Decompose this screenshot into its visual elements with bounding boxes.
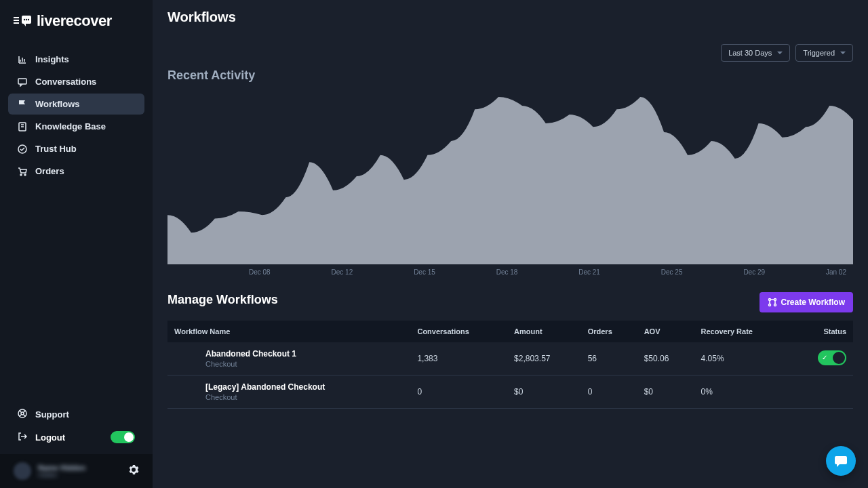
chat-bubble-icon — [833, 453, 848, 468]
sidebar-item-logout[interactable]: Logout — [18, 432, 65, 443]
cell-name: Abandoned Checkout 1 Checkout — [167, 342, 410, 375]
svg-point-5 — [26, 19, 27, 20]
col-name: Workflow Name — [167, 321, 410, 342]
cell-aov: $0 — [637, 375, 694, 409]
svg-point-4 — [24, 19, 25, 20]
logout-label: Logout — [35, 432, 65, 443]
chart-tick-label: Dec 12 — [332, 268, 353, 276]
sidebar-bottom: Support Logout — [0, 398, 153, 454]
col-amount: Amount — [507, 321, 581, 342]
manage-header: Manage Workflows Create Workflow — [167, 292, 853, 312]
table-row[interactable]: Abandoned Checkout 1 Checkout 1,383 $2,8… — [167, 342, 853, 375]
svg-point-16 — [768, 304, 770, 306]
sidebar-item-support[interactable]: Support — [8, 403, 144, 426]
col-aov: AOV — [637, 321, 694, 342]
chart-tick-label: Dec 21 — [578, 268, 600, 276]
user-row: Name Hidden Hidden — [0, 454, 153, 488]
lifebuoy-icon — [18, 409, 27, 420]
support-label: Support — [35, 409, 69, 420]
sidebar-item-label: Trust Hub — [35, 144, 77, 154]
page-title: Workflows — [167, 9, 853, 25]
main-content: Workflows Last 30 Days Triggered Recent … — [153, 0, 868, 488]
cell-orders: 56 — [581, 342, 637, 375]
status-toggle[interactable]: ✓ — [818, 350, 846, 365]
sidebar-item-orders[interactable]: Orders — [8, 161, 144, 182]
svg-point-6 — [28, 19, 29, 20]
svg-point-10 — [20, 174, 22, 176]
sidebar-item-label: Workflows — [35, 99, 80, 109]
svg-rect-1 — [14, 20, 19, 21]
recent-activity-title: Recent Activity — [167, 68, 853, 83]
svg-rect-2 — [14, 22, 19, 24]
sidebar-item-workflows[interactable]: Workflows — [8, 94, 144, 115]
col-recovery-rate: Recovery Rate — [694, 321, 791, 342]
chart-x-axis: Dec 08Dec 12Dec 15Dec 18Dec 21Dec 25Dec … — [167, 268, 853, 276]
area-chart-svg — [167, 88, 853, 264]
support-chat-button[interactable] — [826, 446, 856, 476]
date-range-filter[interactable]: Last 30 Days — [721, 44, 790, 62]
sidebar-item-label: Orders — [35, 166, 64, 176]
table-row[interactable]: [Legacy] Abandoned Checkout Checkout 0 $… — [167, 375, 853, 409]
svg-point-12 — [18, 409, 26, 418]
chart-tick-label: Dec 15 — [414, 268, 435, 276]
logo[interactable]: liverecover — [0, 12, 153, 43]
chat-icon — [18, 77, 27, 87]
svg-rect-7 — [18, 79, 26, 84]
sidebar-item-label: Insights — [35, 54, 69, 64]
user-info: Name Hidden Hidden — [38, 464, 85, 479]
sidebar-item-trust-hub[interactable]: Trust Hub — [8, 138, 144, 159]
col-status: Status — [791, 321, 853, 342]
settings-button[interactable] — [128, 464, 139, 478]
cell-recovery-rate: 4.05% — [694, 342, 791, 375]
check-circle-icon — [18, 144, 27, 154]
logout-icon — [18, 432, 27, 443]
avatar — [14, 462, 31, 480]
cell-amount: $2,803.57 — [507, 342, 581, 375]
activity-chart — [167, 88, 853, 264]
svg-point-11 — [24, 174, 26, 176]
chevron-down-icon — [777, 52, 783, 54]
sidebar-item-label: Conversations — [35, 77, 96, 87]
svg-point-13 — [21, 412, 24, 415]
sidebar: liverecover Insights Conversations Workf… — [0, 0, 153, 488]
svg-rect-0 — [14, 17, 19, 18]
cell-amount: $0 — [507, 375, 581, 409]
cell-name: [Legacy] Abandoned Checkout Checkout — [167, 375, 410, 409]
chart-tick-label: Dec 29 — [743, 268, 765, 276]
sidebar-toggle[interactable] — [111, 431, 135, 443]
cell-status — [791, 375, 853, 409]
chart-tick-label: Jan 02 — [826, 268, 846, 276]
brand-name: liverecover — [37, 12, 112, 30]
filters-row: Last 30 Days Triggered — [167, 44, 853, 62]
workflows-table: Workflow Name Conversations Amount Order… — [167, 321, 853, 409]
workflow-icon — [768, 298, 777, 307]
sidebar-nav: Insights Conversations Workflows Knowled… — [0, 43, 153, 398]
cell-conversations: 1,383 — [410, 342, 507, 375]
cart-icon — [18, 167, 27, 176]
cell-status: ✓ — [791, 342, 853, 375]
cell-recovery-rate: 0% — [694, 375, 791, 409]
type-filter[interactable]: Triggered — [795, 44, 853, 62]
flag-icon — [18, 100, 27, 109]
chart-icon — [18, 55, 27, 64]
manage-workflows-title: Manage Workflows — [167, 293, 278, 307]
logo-icon — [14, 14, 31, 28]
cell-conversations: 0 — [410, 375, 507, 409]
create-workflow-button[interactable]: Create Workflow — [760, 292, 853, 312]
sidebar-item-insights[interactable]: Insights — [8, 49, 144, 70]
chart-tick-label: Dec 18 — [496, 268, 518, 276]
svg-point-17 — [774, 304, 776, 306]
sidebar-item-knowledge-base[interactable]: Knowledge Base — [8, 116, 144, 137]
table-header-row: Workflow Name Conversations Amount Order… — [167, 321, 853, 342]
col-orders: Orders — [581, 321, 637, 342]
logout-row: Logout — [8, 426, 144, 449]
sidebar-item-label: Knowledge Base — [35, 121, 106, 131]
svg-point-14 — [768, 299, 770, 301]
chevron-down-icon — [840, 52, 846, 54]
book-icon — [18, 122, 27, 131]
sidebar-item-conversations[interactable]: Conversations — [8, 71, 144, 92]
chart-tick-label: Dec 25 — [661, 268, 683, 276]
chart-tick-label: Dec 08 — [249, 268, 271, 276]
cell-aov: $50.06 — [637, 342, 694, 375]
cell-orders: 0 — [581, 375, 637, 409]
